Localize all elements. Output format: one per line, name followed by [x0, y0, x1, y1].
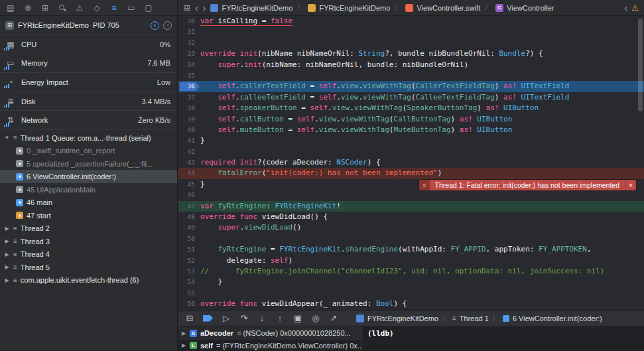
- stack-frame[interactable]: 45 UIApplicationMain: [0, 183, 177, 196]
- code-line-40[interactable]: 40 self.muteButton = self.view.viewWithT…: [178, 125, 644, 135]
- line-number[interactable]: 48: [178, 212, 200, 222]
- code-line-34[interactable]: 34 super.init(nibName: nibNameOrNil, bun…: [178, 60, 644, 70]
- line-number[interactable]: 44: [178, 168, 200, 178]
- disclosure-triangle-icon[interactable]: ▶: [4, 226, 10, 232]
- disclosure-triangle-icon[interactable]: ▶: [4, 251, 10, 257]
- code-line-35[interactable]: 35: [178, 70, 644, 81]
- line-number[interactable]: 32: [178, 38, 200, 48]
- step-into-icon[interactable]: ↓: [257, 313, 267, 323]
- code-line-38[interactable]: 38 self.speakerButton = self.view.viewWi…: [178, 103, 644, 113]
- line-number[interactable]: 39: [178, 114, 200, 125]
- line-number[interactable]: 50: [178, 234, 200, 244]
- code-line-49[interactable]: 49 super.viewDidLoad(): [178, 222, 644, 233]
- process-header[interactable]: ⊞ FYRtcEngineKitDemo PID 705 i ◔: [0, 16, 177, 35]
- related-items-icon[interactable]: ⊞: [184, 3, 190, 13]
- debug-breadcrumb-item[interactable]: ≡Thread 1: [452, 315, 489, 322]
- step-out-icon[interactable]: ↑: [275, 313, 285, 323]
- code-line-53[interactable]: 53// fyRtcEngine.joinChannel("channelId1…: [178, 266, 644, 277]
- code-line-41[interactable]: 41}: [178, 135, 644, 146]
- line-number[interactable]: 33: [178, 48, 200, 59]
- gauge-row-memory[interactable]: ▭Memory7.6 MB: [0, 54, 177, 74]
- line-number[interactable]: 38: [178, 103, 200, 113]
- disclosure-triangle-icon[interactable]: ▶: [181, 330, 186, 336]
- line-number[interactable]: 34: [178, 60, 200, 70]
- line-number[interactable]: 46: [178, 190, 200, 200]
- test-navigator-icon[interactable]: ◇: [92, 3, 101, 13]
- line-number-breakpoint[interactable]: 36: [178, 81, 200, 92]
- code-line-42[interactable]: 42: [178, 147, 644, 157]
- line-number[interactable]: 49: [178, 222, 200, 233]
- back-button[interactable]: ‹: [195, 3, 198, 13]
- breadcrumb-item[interactable]: FYRtcEngineKitDemo: [308, 4, 390, 12]
- code-line-43[interactable]: 43required init?(coder aDecoder: NSCoder…: [178, 157, 644, 168]
- symbol-navigator-icon[interactable]: ⊞: [40, 3, 50, 13]
- debug-navigator-icon[interactable]: ≡: [109, 3, 119, 13]
- line-number[interactable]: 45: [178, 179, 200, 190]
- disclosure-triangle-icon[interactable]: ▶: [4, 238, 10, 244]
- debug-breadcrumb-item[interactable]: FYRtcEngineKitDemo: [356, 315, 438, 322]
- line-number[interactable]: 37: [178, 92, 200, 103]
- simulate-location-icon[interactable]: ↗: [329, 313, 338, 323]
- breadcrumb-item[interactable]: ViewController.swift: [405, 4, 480, 12]
- thread-row[interactable]: ▶≡Thread 3: [0, 235, 177, 248]
- source-editor[interactable]: 30var isCalling = false313233override in…: [178, 16, 644, 310]
- step-over-icon[interactable]: ↷: [239, 313, 249, 323]
- gauge-row-energy-impact[interactable]: ◔Energy ImpactLow: [0, 73, 177, 92]
- thread-row[interactable]: ▶≡Thread 2: [0, 222, 177, 235]
- line-number[interactable]: 55: [178, 288, 200, 299]
- code-line-30[interactable]: 30var isCalling = false: [178, 16, 644, 27]
- stack-frame[interactable]: 46 main: [0, 196, 177, 209]
- continue-icon[interactable]: ▷: [222, 313, 231, 323]
- line-number[interactable]: 53: [178, 266, 200, 277]
- line-number[interactable]: 51: [178, 244, 200, 255]
- line-number[interactable]: 41: [178, 135, 200, 146]
- code-line-54[interactable]: 54 }: [178, 277, 644, 287]
- code-line-32[interactable]: 32: [178, 38, 644, 48]
- report-navigator-icon[interactable]: ▢: [144, 3, 153, 13]
- disclosure-triangle-icon[interactable]: ▼: [4, 135, 10, 141]
- info-icon[interactable]: i: [151, 21, 159, 30]
- search-icon[interactable]: [58, 3, 67, 13]
- code-line-44[interactable]: 44 fatalError("init(coder:) has not been…: [178, 168, 644, 178]
- breadcrumb-item[interactable]: CViewController: [495, 4, 554, 12]
- stack-frame[interactable]: 6 ViewController.init(coder:): [0, 170, 177, 183]
- line-number[interactable]: 52: [178, 255, 200, 266]
- code-line-48[interactable]: 48override func viewDidLoad() {: [178, 212, 644, 222]
- code-line-51[interactable]: 51 fyRtcEngine = FYRtcEngineKit.sharedEn…: [178, 244, 644, 255]
- source-control-icon[interactable]: ⊗: [23, 3, 32, 13]
- thread-row[interactable]: ▶≡com.apple.uikit.eventfetch-thread (6): [0, 273, 177, 287]
- line-number[interactable]: 56: [178, 299, 200, 309]
- previous-issue-icon[interactable]: ‹: [625, 3, 628, 13]
- hide-debug-area-icon[interactable]: ⊟: [185, 313, 194, 323]
- breakpoints-toggle-icon[interactable]: [203, 315, 213, 322]
- issue-navigator-icon[interactable]: ⚠: [75, 3, 84, 13]
- gauge-row-cpu[interactable]: ▦CPU0%: [0, 35, 177, 54]
- breadcrumb-item[interactable]: FYRtcEngineKitDemo: [210, 4, 292, 12]
- line-number[interactable]: 30: [178, 16, 200, 27]
- code-line-36[interactable]: 36 self.callerTextField = self.view.view…: [178, 81, 644, 92]
- project-navigator-icon[interactable]: ▤: [6, 3, 15, 13]
- gauge-icon[interactable]: ◔: [163, 21, 172, 30]
- thread-row[interactable]: ▶≡Thread 4: [0, 247, 177, 261]
- code-line-47[interactable]: 47var fyRtcEngine: FYRtcEngineKit!: [178, 201, 644, 212]
- code-line-39[interactable]: 39 self.callButton = self.view.viewWithT…: [178, 114, 644, 125]
- gauge-row-network[interactable]: ⇅NetworkZero KB/s: [0, 111, 177, 130]
- variable-row[interactable]: ▶AaDecoder= (NSCoder) 0x00000001028250..…: [178, 327, 361, 340]
- disclosure-triangle-icon[interactable]: ▶: [4, 277, 10, 283]
- code-line-52[interactable]: 52 delegate: self): [178, 255, 644, 266]
- lldb-console[interactable]: (lldb): [362, 327, 644, 351]
- breakpoint-navigator-icon[interactable]: ▭: [127, 3, 136, 13]
- thread-row[interactable]: ▼≡Thread 1 Queue: com.a...-thread (seria…: [0, 131, 177, 145]
- disclosure-triangle-icon[interactable]: ▶: [181, 342, 186, 348]
- error-banner-close-icon[interactable]: ×: [625, 180, 636, 190]
- line-number[interactable]: 35: [178, 70, 200, 81]
- line-number[interactable]: 40: [178, 125, 200, 135]
- disclosure-triangle-icon[interactable]: ▶: [4, 264, 10, 270]
- debug-breadcrumb-item[interactable]: 6 ViewController.init(coder:): [503, 315, 602, 322]
- variable-row[interactable]: ▶Lself= (FYRtcEngineKitDemo.ViewControll…: [178, 340, 361, 351]
- view-debugger-icon[interactable]: ▣: [293, 313, 302, 323]
- memory-graph-icon[interactable]: ◎: [311, 313, 320, 323]
- code-line-50[interactable]: 50: [178, 234, 644, 244]
- line-number[interactable]: 31: [178, 27, 200, 37]
- forward-button[interactable]: ›: [203, 3, 206, 13]
